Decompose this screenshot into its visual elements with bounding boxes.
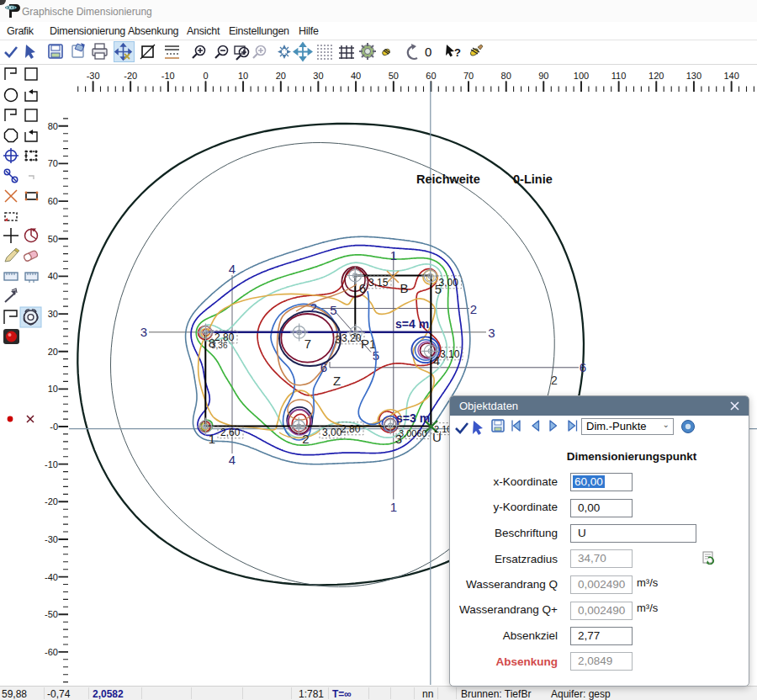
svg-text:1: 1 [209, 432, 215, 446]
svg-text:50: 50 [389, 71, 399, 81]
svg-text:4: 4 [229, 262, 236, 276]
svg-text:Reichweite: Reichweite [416, 172, 480, 186]
svg-text:4: 4 [433, 353, 440, 368]
svg-text:-40: -40 [45, 572, 58, 582]
svg-text:3: 3 [335, 333, 341, 346]
svg-text:30: 30 [48, 309, 58, 319]
svg-text:30: 30 [313, 71, 323, 81]
svg-text:-10: -10 [45, 459, 58, 469]
svg-text:-10: -10 [161, 71, 175, 81]
svg-text:3,00: 3,00 [322, 427, 342, 438]
svg-text:-20: -20 [45, 496, 58, 506]
svg-text:-20: -20 [124, 71, 137, 81]
svg-text:-60: -60 [45, 647, 58, 657]
svg-text:2,60: 2,60 [220, 427, 241, 438]
svg-text:80: 80 [501, 71, 511, 81]
svg-text:6: 6 [580, 360, 586, 374]
svg-text:2: 2 [470, 302, 477, 316]
svg-text:3,00: 3,00 [439, 277, 459, 289]
svg-text:?: ? [454, 46, 461, 59]
svg-text:3,15: 3,15 [368, 277, 389, 289]
svg-text:3,0060: 3,0060 [399, 428, 427, 438]
svg-text:-50: -50 [45, 609, 58, 619]
svg-text:6: 6 [359, 281, 366, 295]
svg-text:2,80: 2,80 [341, 423, 361, 435]
svg-text:s=3 m: s=3 m [396, 411, 430, 425]
svg-text:Z: Z [333, 374, 341, 388]
svg-text:140: 140 [723, 71, 738, 81]
svg-text:90: 90 [538, 71, 548, 81]
svg-text:70: 70 [463, 71, 474, 81]
svg-text:3: 3 [140, 325, 147, 339]
svg-text:-30: -30 [45, 534, 58, 544]
svg-text:3,20: 3,20 [341, 332, 362, 344]
svg-text:3,36: 3,36 [211, 341, 228, 350]
svg-text:80: 80 [48, 121, 58, 131]
svg-text:120: 120 [648, 71, 664, 81]
svg-text:3,10: 3,10 [440, 348, 460, 360]
svg-text:50: 50 [48, 234, 58, 244]
svg-text:130: 130 [686, 71, 701, 81]
svg-text:40: 40 [48, 271, 58, 281]
svg-text:60: 60 [426, 71, 436, 81]
svg-text:-0: -0 [50, 422, 58, 432]
svg-text:3: 3 [488, 326, 495, 340]
svg-text:0-Linie: 0-Linie [513, 172, 553, 186]
svg-text:7: 7 [304, 337, 311, 351]
svg-text:20: 20 [276, 71, 286, 81]
svg-text:100: 100 [574, 71, 589, 81]
svg-text:2: 2 [551, 374, 558, 387]
svg-text:B: B [400, 281, 409, 295]
svg-text:0: 0 [203, 71, 208, 81]
svg-text:2: 2 [302, 432, 309, 446]
svg-text:60: 60 [48, 196, 58, 206]
svg-text:-30: -30 [87, 71, 100, 81]
svg-text:4: 4 [229, 453, 236, 467]
svg-text:1: 1 [390, 248, 397, 262]
svg-text:0: 0 [425, 45, 431, 59]
svg-text:40: 40 [351, 71, 361, 81]
svg-text:110: 110 [611, 71, 627, 81]
svg-text:s=4 m: s=4 m [395, 317, 429, 331]
svg-text:1: 1 [390, 500, 397, 514]
svg-text:20: 20 [48, 347, 58, 357]
svg-text:10: 10 [238, 71, 248, 81]
svg-text:10: 10 [48, 384, 58, 394]
svg-text:5: 5 [330, 303, 336, 317]
svg-text:6: 6 [320, 360, 327, 374]
svg-text:70: 70 [48, 158, 58, 168]
